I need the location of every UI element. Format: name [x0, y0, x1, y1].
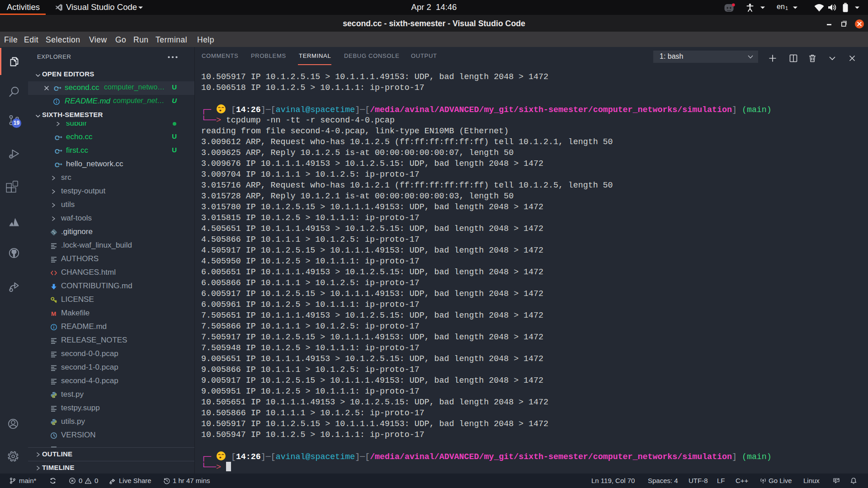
svg-text:M: M [51, 310, 56, 317]
